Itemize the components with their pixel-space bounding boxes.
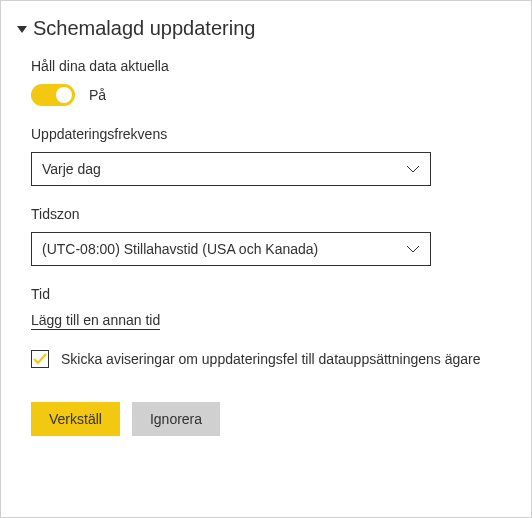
discard-button[interactable]: Ignorera: [132, 402, 220, 436]
timezone-select[interactable]: (UTC-08:00) Stillahavstid (USA och Kanad…: [31, 232, 431, 266]
chevron-down-icon: [406, 165, 420, 173]
section-title: Schemalagd uppdatering: [33, 17, 255, 40]
button-row: Verkställ Ignorera: [31, 402, 505, 436]
add-time-link[interactable]: Lägg till en annan tid: [31, 312, 160, 330]
keep-data-toggle[interactable]: [31, 84, 75, 106]
notify-row: Skicka aviseringar om uppdateringsfel ti…: [31, 350, 505, 368]
timezone-value: (UTC-08:00) Stillahavstid (USA och Kanad…: [42, 241, 318, 257]
frequency-field: Uppdateringsfrekvens Varje dag: [31, 126, 505, 186]
scheduled-refresh-panel: Schemalagd uppdatering Håll dina data ak…: [0, 0, 532, 518]
frequency-value: Varje dag: [42, 161, 101, 177]
section-content: Håll dina data aktuella På Uppdateringsf…: [17, 58, 505, 436]
chevron-down-icon: [406, 245, 420, 253]
toggle-row: På: [31, 84, 505, 106]
notify-label: Skicka aviseringar om uppdateringsfel ti…: [61, 351, 480, 367]
apply-button[interactable]: Verkställ: [31, 402, 120, 436]
frequency-label: Uppdateringsfrekvens: [31, 126, 505, 142]
keep-data-label: Håll dina data aktuella: [31, 58, 505, 74]
check-icon: [33, 353, 47, 365]
time-field: Tid Lägg till en annan tid: [31, 286, 505, 330]
time-label: Tid: [31, 286, 505, 302]
toggle-state-label: På: [89, 87, 106, 103]
keep-data-field: Håll dina data aktuella På: [31, 58, 505, 106]
notify-checkbox[interactable]: [31, 350, 49, 368]
toggle-knob: [56, 87, 72, 103]
frequency-select[interactable]: Varje dag: [31, 152, 431, 186]
timezone-field: Tidszon (UTC-08:00) Stillahavstid (USA o…: [31, 206, 505, 266]
section-header[interactable]: Schemalagd uppdatering: [17, 17, 505, 40]
timezone-label: Tidszon: [31, 206, 505, 222]
caret-down-icon: [17, 26, 27, 33]
